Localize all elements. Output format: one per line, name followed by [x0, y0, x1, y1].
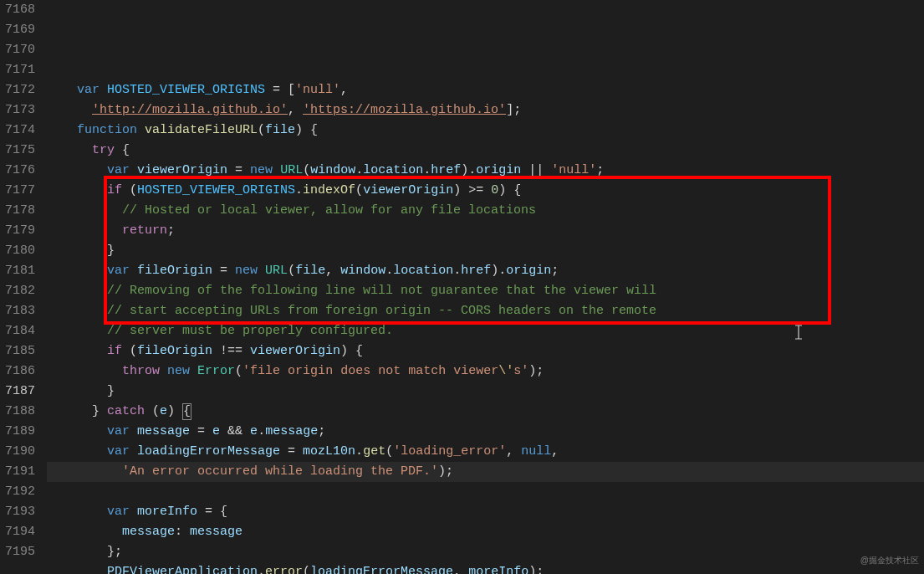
token: =	[212, 264, 235, 278]
code-line[interactable]: var fileOrigin = new URL(file, window.lo…	[47, 261, 924, 281]
token: .	[258, 565, 265, 574]
code-line[interactable]: function validateFileURL(file) {	[47, 120, 924, 141]
token	[47, 223, 122, 238]
token: window	[310, 163, 355, 177]
token: .	[258, 424, 265, 438]
line-number: 7179	[0, 221, 35, 241]
code-line[interactable]: // start accepting URLs from foreign ori…	[47, 301, 924, 321]
line-number: 7191	[0, 462, 35, 482]
token	[47, 203, 122, 218]
code-line[interactable]: var moreInfo = {	[47, 502, 924, 522]
token: loadingErrorMessage	[137, 444, 280, 459]
token: var	[77, 83, 100, 97]
code-line[interactable]: }	[47, 382, 924, 402]
token: message	[137, 424, 190, 438]
token: ||	[521, 163, 551, 177]
token: message	[190, 525, 242, 539]
token: // server must be properly configured.	[107, 324, 393, 338]
line-number: 7185	[0, 341, 35, 361]
code-line[interactable]	[47, 482, 924, 502]
token: 'loading_error'	[393, 444, 506, 459]
code-line[interactable]: if (fileOrigin !== viewerOrigin) {	[47, 341, 924, 361]
token: if	[107, 183, 122, 197]
token: (	[355, 183, 363, 197]
token: message	[122, 525, 175, 539]
code-line[interactable]: message: message	[47, 522, 924, 542]
code-line[interactable]: return;	[47, 221, 924, 241]
code-line[interactable]: var loadingErrorMessage = mozL10n.get('l…	[47, 442, 924, 462]
token: URL	[280, 163, 303, 177]
token	[47, 424, 107, 438]
code-line[interactable]: } catch (e) {	[47, 402, 924, 422]
token: message	[265, 424, 318, 438]
token: ;	[596, 163, 604, 177]
line-number: 7168	[0, 0, 35, 20]
line-number: 7176	[0, 161, 35, 181]
code-area[interactable]: var HOSTED_VIEWER_ORIGINS = ['null', 'ht…	[47, 0, 924, 574]
code-line[interactable]: PDFViewerApplication.error(loadingErrorM…	[47, 562, 924, 574]
token	[130, 444, 137, 459]
code-line[interactable]: if (HOSTED_VIEWER_ORIGINS.indexOf(viewer…	[47, 181, 924, 201]
line-number: 7189	[0, 422, 35, 442]
token: =	[190, 424, 212, 438]
token: {	[115, 143, 130, 157]
token: ) {	[340, 344, 363, 358]
line-number: 7186	[0, 361, 35, 382]
token: .	[385, 264, 393, 278]
code-line[interactable]: 'http://mozilla.github.io', 'https://moz…	[47, 100, 924, 120]
token: 'An error occurred while loading the PDF…	[122, 464, 438, 479]
code-line[interactable]: }	[47, 241, 924, 261]
token: new	[250, 163, 273, 177]
code-line[interactable]: // Removing of the following line will n…	[47, 281, 924, 301]
code-line[interactable]: };	[47, 542, 924, 562]
token: try	[92, 143, 115, 157]
token: };	[47, 545, 122, 559]
token: ,	[506, 444, 521, 459]
code-line[interactable]: throw new Error('file origin does not ma…	[47, 361, 924, 382]
token: =	[280, 444, 303, 459]
token: );	[438, 464, 453, 479]
token: ;	[167, 223, 175, 238]
line-number: 7172	[0, 80, 35, 100]
token: viewerOrigin	[250, 344, 340, 358]
token	[47, 163, 107, 177]
token: validateFileURL	[145, 123, 258, 137]
line-number: 7192	[0, 482, 35, 502]
code-line[interactable]: // Hosted or local viewer, allow for any…	[47, 201, 924, 221]
token: 'null'	[551, 163, 596, 177]
code-line[interactable]: 'An error occurred while loading the PDF…	[47, 462, 924, 482]
token	[130, 264, 137, 278]
code-editor[interactable]: 7168716971707171717271737174717571767177…	[0, 0, 924, 574]
token: var	[107, 444, 130, 459]
token: (	[258, 123, 265, 137]
token	[47, 565, 107, 574]
token: .	[453, 264, 461, 278]
code-line[interactable]: var HOSTED_VIEWER_ORIGINS = ['null',	[47, 80, 924, 100]
token: origin	[506, 264, 551, 278]
token: var	[107, 424, 130, 438]
line-number: 7184	[0, 321, 35, 341]
token: .	[355, 163, 363, 177]
code-line[interactable]: var message = e && e.message;	[47, 422, 924, 442]
token: null	[521, 444, 551, 459]
token: e	[212, 424, 220, 438]
watermark-text: @掘金技术社区	[860, 551, 919, 571]
token: error	[265, 565, 303, 574]
token: (	[235, 364, 242, 378]
code-line[interactable]: var viewerOrigin = new URL(window.locati…	[47, 161, 924, 181]
code-line[interactable]: try {	[47, 141, 924, 161]
token: }	[47, 243, 115, 258]
token: location	[363, 163, 423, 177]
token: ;	[551, 264, 559, 278]
token	[182, 525, 190, 539]
token	[47, 183, 107, 197]
line-number: 7174	[0, 120, 35, 141]
token: 'null'	[295, 83, 340, 97]
token: ,	[340, 83, 348, 97]
token: }	[47, 384, 115, 398]
line-number: 7178	[0, 201, 35, 221]
token	[47, 264, 107, 278]
token: // Removing of the following line will n…	[107, 284, 656, 298]
token	[130, 505, 137, 519]
code-line[interactable]: // server must be properly configured.	[47, 321, 924, 341]
